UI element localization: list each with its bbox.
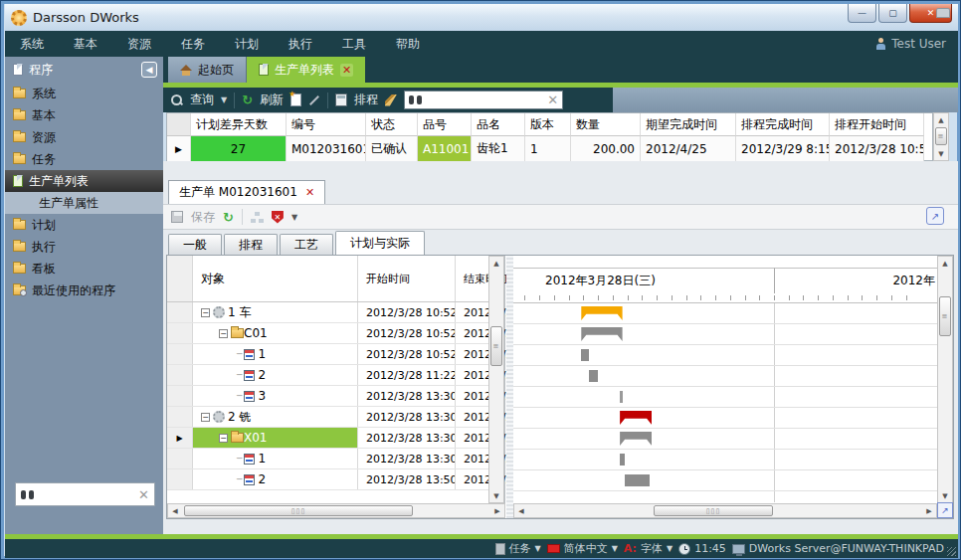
tree-object-cell[interactable]: ─2	[193, 469, 358, 489]
grid-col-8[interactable]: 排程完成时间	[736, 113, 830, 136]
sidebar-search-input[interactable]	[39, 487, 133, 501]
language-dropdown-icon[interactable]: ▼	[612, 544, 618, 553]
tree-object-cell[interactable]: ─3	[193, 386, 358, 406]
tree-row[interactable]: −C012012/3/28 10:522012/3/28 13:40	[167, 323, 504, 344]
menu-item-1[interactable]: 基本	[59, 36, 112, 53]
tree-object-cell[interactable]: ─1	[193, 449, 358, 468]
gantt-row[interactable]	[513, 345, 937, 366]
sidebar-item[interactable]: 最近使用的程序	[5, 280, 163, 301]
sidebar-item[interactable]: 执行	[5, 236, 163, 258]
routing-icon[interactable]	[251, 212, 264, 223]
gantt-row[interactable]	[513, 324, 937, 345]
new-document-icon[interactable]	[290, 93, 301, 106]
edit-pencil-icon[interactable]	[309, 95, 319, 105]
gantt-vertical-scrollbar[interactable]: ▲▼≡	[937, 256, 953, 503]
grid-col-9[interactable]: 排程开始时间	[830, 113, 924, 136]
grid-col-6[interactable]: 数量	[571, 113, 641, 136]
title-bar[interactable]: Darsson DWorks — ▢ ✕	[5, 4, 958, 31]
grid-cell-4[interactable]: 齿轮1	[472, 136, 525, 161]
tree-row[interactable]: ─32012/3/28 13:302012/3/28 13:40	[167, 386, 504, 407]
popout-icon[interactable]: ↗	[926, 207, 944, 225]
tree-horizontal-scrollbar[interactable]: ◀▶▯▯▯	[167, 503, 505, 518]
grid-vertical-scrollbar[interactable]: ▲▼≡	[933, 112, 949, 161]
grid-cell-1[interactable]: M012031601	[287, 136, 366, 161]
scroll-thumb[interactable]: ▯▯▯	[184, 505, 413, 516]
sidebar-item[interactable]: 看板	[5, 258, 163, 280]
tree-start-cell[interactable]: 2012/3/28 10:52	[358, 323, 456, 343]
status-language[interactable]: 简体中文 ▼	[547, 541, 618, 556]
sidebar-item[interactable]: 基本	[5, 104, 163, 126]
scroll-up-icon[interactable]: ▲	[938, 257, 952, 270]
tree-row[interactable]: −2 铣2012/3/28 13:302012/3/28 15:40	[167, 407, 504, 428]
gantt-bar-task[interactable]	[625, 474, 650, 486]
grid-col-1[interactable]: 编号	[287, 113, 366, 136]
col-start-time[interactable]: 开始时间	[358, 256, 456, 301]
detail-tab-一般[interactable]: 一般	[168, 234, 222, 255]
scroll-thumb[interactable]: ≡	[939, 296, 951, 336]
grid-col-0[interactable]: 计划差异天数	[191, 113, 287, 136]
tree-start-cell[interactable]: 2012/3/28 13:30	[358, 449, 456, 468]
grid-col-4[interactable]: 品名	[472, 113, 525, 136]
status-font[interactable]: A: 字体 ▼	[624, 541, 673, 556]
tree-object-cell[interactable]: −X01	[193, 428, 358, 448]
toolbar-search-input[interactable]	[426, 93, 543, 107]
grid-cell-0[interactable]: 27	[191, 136, 287, 161]
menu-item-7[interactable]: 帮助	[381, 36, 435, 53]
scroll-down-icon[interactable]: ▼	[938, 489, 952, 502]
detail-tab-工艺[interactable]: 工艺	[280, 234, 333, 255]
tree-row[interactable]: ─22012/3/28 11:222012/3/28 12:00	[167, 365, 504, 386]
gantt-bar-task[interactable]	[620, 391, 623, 403]
shield-dropdown-icon[interactable]: ▼	[291, 213, 297, 222]
detail-tab-计划与实际[interactable]: 计划与实际	[335, 231, 425, 255]
sidebar-item[interactable]: 计划	[5, 214, 163, 236]
tree-row[interactable]: −1 车2012/3/28 10:522012/3/28 13:40	[167, 302, 504, 323]
cancel-shield-icon[interactable]: ✕	[272, 211, 284, 224]
grid-col-7[interactable]: 期望完成时间	[641, 113, 736, 136]
scroll-left-icon[interactable]: ◀	[168, 504, 182, 517]
menu-item-6[interactable]: 工具	[327, 36, 381, 53]
gantt-bar-task[interactable]	[581, 349, 588, 361]
task-dropdown-icon[interactable]: ▼	[535, 544, 541, 553]
sidebar-search-box[interactable]: ✕	[15, 482, 155, 506]
scroll-left-icon[interactable]: ◀	[514, 504, 528, 517]
refresh-button[interactable]: 刷新	[260, 92, 284, 108]
scroll-down-icon[interactable]: ▼	[489, 489, 503, 502]
tree-object-cell[interactable]: ─1	[193, 344, 358, 364]
gantt-popout-icon[interactable]: ↗	[937, 502, 953, 518]
sidebar-collapse-button[interactable]: ◀	[141, 62, 157, 78]
gantt-bar-summary[interactable]	[581, 306, 622, 320]
tree-row[interactable]: ─12012/3/28 10:522012/3/28 11:22	[167, 344, 504, 365]
menu-item-5[interactable]: 执行	[274, 36, 327, 53]
menu-item-4[interactable]: 计划	[220, 36, 274, 53]
tree-start-cell[interactable]: 2012/3/28 10:52	[358, 302, 456, 322]
scroll-thumb[interactable]: ▯▯▯	[654, 505, 773, 516]
grid-cell-5[interactable]: 1	[525, 136, 571, 161]
grid-cell-6[interactable]: 200.00	[571, 136, 641, 161]
menu-item-0[interactable]: 系统	[5, 36, 59, 53]
broom-icon[interactable]	[385, 94, 397, 106]
clear-search-icon[interactable]: ✕	[138, 487, 149, 502]
save-button[interactable]: 保存	[191, 209, 215, 226]
query-button[interactable]: 查询	[190, 92, 214, 108]
tree-object-cell[interactable]: −1 车	[193, 302, 358, 322]
sidebar-item[interactable]: 生产单属性	[5, 192, 163, 214]
clear-search-icon[interactable]: ✕	[547, 93, 558, 107]
sidebar-item[interactable]: 资源	[5, 126, 163, 148]
grid-cell-9[interactable]: 2012/3/28 10:52	[830, 136, 924, 161]
sidebar-item[interactable]: 任务	[5, 148, 163, 170]
col-object[interactable]: 对象	[193, 256, 358, 301]
scroll-right-icon[interactable]: ▶	[922, 504, 936, 517]
scroll-up-icon[interactable]: ▲	[934, 113, 948, 126]
toolbar-search-box[interactable]: ✕	[404, 91, 563, 109]
scroll-thumb[interactable]: ≡	[490, 326, 502, 366]
tree-row[interactable]: ▶−X012012/3/28 13:302012/3/28 15:40	[167, 428, 504, 449]
tree-vertical-scrollbar[interactable]: ▲▼≡	[488, 256, 504, 503]
tree-start-cell[interactable]: 2012/3/28 13:50	[358, 469, 456, 489]
maximize-button[interactable]: ▢	[878, 4, 907, 23]
gantt-row[interactable]	[513, 387, 937, 408]
gantt-row[interactable]	[513, 450, 937, 470]
tree-object-cell[interactable]: −2 铣	[193, 407, 358, 427]
grid-cell-3[interactable]: A11001	[418, 136, 472, 161]
tree-object-cell[interactable]: −C01	[193, 323, 358, 343]
tree-object-cell[interactable]: ─2	[193, 365, 358, 385]
